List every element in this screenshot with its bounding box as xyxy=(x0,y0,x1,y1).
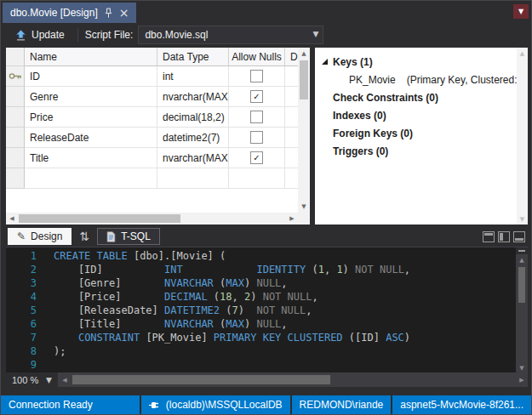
default-cell[interactable] xyxy=(285,87,298,107)
code-line[interactable]: 2 [ID] INT IDENTITY (1, 1) NOT NULL, xyxy=(6,263,528,276)
tree-group[interactable]: Indexes (0) xyxy=(315,106,528,124)
editor-hscroll-thumb[interactable] xyxy=(72,375,330,384)
tree-group[interactable]: Keys (1) xyxy=(315,53,528,71)
swap-panes-button[interactable]: ⇅ xyxy=(77,230,92,243)
allow-nulls-cell[interactable] xyxy=(229,128,285,148)
row-selector[interactable] xyxy=(6,107,25,128)
tab-tsql[interactable]: T-SQL xyxy=(97,228,160,245)
scroll-up-icon[interactable]: ▲ xyxy=(517,48,528,59)
column-name-cell[interactable]: Title xyxy=(25,148,157,168)
default-cell[interactable] xyxy=(285,168,298,189)
document-tab[interactable]: dbo.Movie [Design] × xyxy=(3,3,136,23)
status-segment[interactable]: REDMOND\riande xyxy=(290,395,392,414)
table-row[interactable]: Genrenvarchar(MAX)✓ xyxy=(6,87,298,107)
column-header-data-type[interactable]: Data Type xyxy=(157,48,229,66)
allow-nulls-cell[interactable] xyxy=(229,107,285,128)
scroll-up-icon[interactable]: ▲ xyxy=(516,254,528,265)
default-cell[interactable] xyxy=(285,107,298,128)
scroll-down-icon[interactable]: ▼ xyxy=(517,213,528,225)
data-type-cell[interactable] xyxy=(157,168,229,189)
code-line[interactable]: 1CREATE TABLE [dbo].[Movie] ( xyxy=(6,249,528,263)
code-line[interactable]: 4 [Price] DECIMAL (18, 2) NOT NULL, xyxy=(6,290,528,304)
scroll-right-icon[interactable]: ▶ xyxy=(286,213,298,225)
grid-vertical-scrollbar[interactable]: ▲ ▼ xyxy=(298,48,310,213)
default-cell[interactable] xyxy=(285,66,298,87)
row-selector[interactable] xyxy=(6,87,25,107)
column-header-selector[interactable] xyxy=(6,48,25,66)
column-name-cell[interactable] xyxy=(25,168,157,189)
grid-hscroll-thumb[interactable] xyxy=(19,214,180,223)
tree-group[interactable]: Check Constraints (0) xyxy=(315,88,528,106)
grid-vscroll-thumb[interactable] xyxy=(300,60,308,99)
tsql-editor[interactable]: 1CREATE TABLE [dbo].[Movie] (2 [ID] INT … xyxy=(6,247,528,373)
code-line[interactable]: 3 [Genre] NVARCHAR (MAX) NULL, xyxy=(6,276,528,290)
editor-vertical-scrollbar[interactable]: ▲ ▼ xyxy=(516,247,528,373)
scroll-left-icon[interactable]: ◀ xyxy=(6,213,18,225)
table-row[interactable]: Pricedecimal(18,2) xyxy=(6,107,298,128)
allow-nulls-cell[interactable]: ✓ xyxy=(229,87,285,107)
allow-nulls-checkbox[interactable] xyxy=(250,70,263,82)
data-type-cell[interactable]: int xyxy=(157,66,229,87)
row-selector-primary-key[interactable] xyxy=(6,66,25,87)
column-header-allow-nulls[interactable]: Allow Nulls xyxy=(229,48,285,66)
code-line[interactable]: 6 [Title] NVARCHAR (MAX) NULL, xyxy=(6,317,528,331)
splitter-grip[interactable] xyxy=(516,247,528,254)
allow-nulls-checkbox[interactable] xyxy=(250,131,263,144)
default-cell[interactable] xyxy=(285,128,298,148)
code-line[interactable]: 9 xyxy=(6,358,528,372)
column-name-cell[interactable]: Price xyxy=(25,107,157,128)
column-header-name[interactable]: Name xyxy=(25,48,157,66)
row-selector[interactable] xyxy=(6,128,25,148)
update-button[interactable]: Update xyxy=(9,26,71,43)
row-selector[interactable] xyxy=(6,148,25,168)
column-header-default[interactable]: D xyxy=(285,48,298,66)
column-name-cell[interactable]: Genre xyxy=(25,87,157,107)
pin-icon[interactable] xyxy=(105,8,112,19)
default-cell[interactable] xyxy=(285,148,298,168)
data-type-cell[interactable]: nvarchar(MAX) xyxy=(157,87,229,107)
vertical-split-icon[interactable] xyxy=(498,231,510,242)
scroll-left-icon[interactable]: ◀ xyxy=(59,372,71,387)
table-row[interactable] xyxy=(6,168,298,189)
panel-vertical-scrollbar[interactable]: ▲ ▼ xyxy=(517,48,528,225)
scroll-right-icon[interactable]: ▶ xyxy=(516,372,528,387)
column-name-cell[interactable]: ID xyxy=(25,66,157,87)
allow-nulls-cell[interactable] xyxy=(229,168,285,189)
data-type-cell[interactable]: datetime2(7) xyxy=(157,128,229,148)
zoom-control[interactable]: 100 % ▼ xyxy=(6,372,59,387)
editor-horizontal-scrollbar[interactable]: ◀ ▶ xyxy=(59,372,528,387)
column-name-cell[interactable]: ReleaseDate xyxy=(25,128,157,148)
tab-design[interactable]: ✎ Design xyxy=(8,228,72,245)
data-type-cell[interactable]: nvarchar(MAX) xyxy=(157,148,229,168)
allow-nulls-checkbox[interactable]: ✓ xyxy=(250,151,263,164)
code-area[interactable]: 1CREATE TABLE [dbo].[Movie] (2 [ID] INT … xyxy=(6,247,528,372)
tab-list-dropdown-button[interactable]: ▼ xyxy=(513,4,529,19)
table-row[interactable]: IDint xyxy=(6,66,298,87)
allow-nulls-checkbox[interactable] xyxy=(250,111,263,123)
close-icon[interactable]: × xyxy=(119,7,129,19)
vs-window: dbo.Movie [Design] × ▼ Update Script Fil… xyxy=(0,0,532,415)
status-segment[interactable]: aspnet5-MvcMovie-8f261... xyxy=(391,395,531,414)
code-line[interactable]: 5 [ReleaseDate] DATETIME2 (7) NOT NULL, xyxy=(6,304,528,317)
code-line[interactable]: 8); xyxy=(6,344,528,358)
table-row[interactable]: Titlenvarchar(MAX)✓ xyxy=(6,148,298,168)
allow-nulls-cell[interactable] xyxy=(229,66,285,87)
code-line[interactable]: 7 CONSTRAINT [PK_Movie] PRIMARY KEY CLUS… xyxy=(6,331,528,344)
expanded-arrow-icon[interactable] xyxy=(322,59,328,65)
script-file-combobox[interactable]: dbo.Movie.sql ▼ xyxy=(138,26,323,44)
editor-vscroll-thumb[interactable] xyxy=(518,267,525,303)
scroll-down-icon[interactable]: ▼ xyxy=(298,201,310,213)
grid-horizontal-scrollbar[interactable]: ◀ ▶ xyxy=(6,213,298,225)
allow-nulls-cell[interactable]: ✓ xyxy=(229,148,285,168)
tree-group[interactable]: Foreign Keys (0) xyxy=(315,124,528,142)
scroll-up-icon[interactable]: ▲ xyxy=(298,48,310,60)
data-type-cell[interactable]: decimal(18,2) xyxy=(157,107,229,128)
allow-nulls-checkbox[interactable]: ✓ xyxy=(250,90,263,103)
table-row[interactable]: ReleaseDatedatetime2(7) xyxy=(6,128,298,148)
tree-group[interactable]: Triggers (0) xyxy=(315,142,528,160)
status-segment[interactable]: (localdb)\MSSQLLocalDB xyxy=(140,395,290,414)
horizontal-split-icon[interactable] xyxy=(483,231,495,242)
row-selector[interactable] xyxy=(6,168,25,189)
tree-item[interactable]: PK_Movie(Primary Key, Clustered: I xyxy=(315,71,528,88)
maximize-pane-icon[interactable] xyxy=(513,231,525,242)
